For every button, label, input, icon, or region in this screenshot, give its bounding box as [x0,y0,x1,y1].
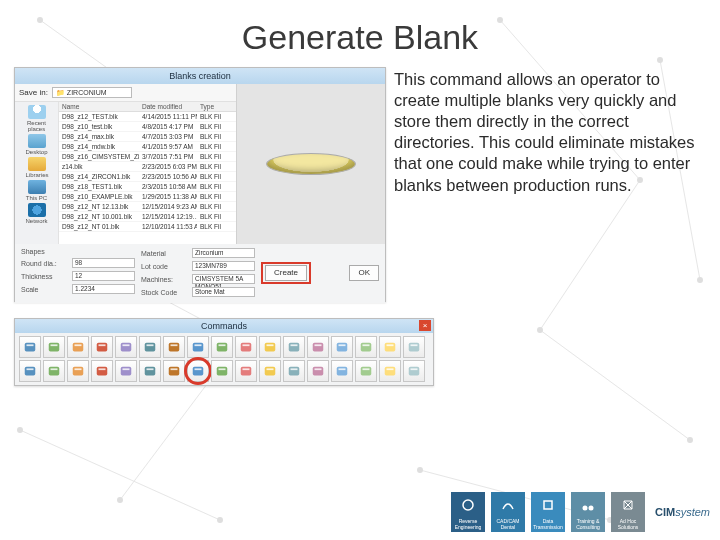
save-in-select[interactable]: 📁 ZIRCONIUM [52,87,132,98]
toolbar-button[interactable] [43,360,65,382]
toolbar-button[interactable] [139,336,161,358]
svg-rect-49 [313,343,324,352]
file-list[interactable]: Name Date modified Type D98_z12_TEST.blk… [59,102,236,244]
file-row[interactable]: D98_z14_max.blk4/7/2015 3:03 PMBLK Fil [59,132,236,142]
svg-rect-91 [409,367,420,376]
toolbar-button[interactable] [67,360,89,382]
toolbar-button[interactable] [283,336,305,358]
file-browser: Save in: 📁 ZIRCONIUM Recent places Deskt… [15,84,237,244]
footer: Reverse Engineering CAD/CAM Dental Data … [451,492,710,532]
toolbar-button[interactable] [379,336,401,358]
toolbar-button[interactable] [115,360,137,382]
svg-rect-80 [267,368,274,370]
machines-input[interactable]: CIMSYSTEM 5A MONO51 [192,274,255,284]
blank-preview [237,84,385,244]
place-network[interactable]: Network [26,203,48,224]
material-label: Material [141,250,189,257]
place-recent[interactable]: Recent places [26,105,48,132]
toolbar-button[interactable] [235,336,257,358]
svg-rect-38 [171,344,178,346]
toolbar-button[interactable] [163,360,185,382]
toolbar-button[interactable] [187,336,209,358]
place-desktop[interactable]: Desktop [26,134,48,155]
toolbar-button[interactable] [115,336,137,358]
svg-rect-58 [411,344,418,346]
file-row[interactable]: D98_z14_mdw.blk4/1/2015 9:57 AMBLK Fil [59,142,236,152]
toolbar-button[interactable] [307,336,329,358]
file-row[interactable]: D98_z12_NT 01.blk12/10/2014 11:53 AMBLK … [59,222,236,232]
file-row[interactable]: D98_z10_EXAMPLE.blk1/29/2015 11:38 AMBLK… [59,192,236,202]
commands-title: Commands × [15,319,433,333]
toolbar-button[interactable] [139,360,161,382]
svg-rect-60 [27,368,34,370]
toolbar-button[interactable] [163,336,185,358]
toolbar-button[interactable] [91,336,113,358]
svg-rect-39 [193,343,204,352]
toolbar-button[interactable] [67,336,89,358]
footer-tile: Data Transmission [531,492,565,532]
place-this-pc[interactable]: This PC [26,180,48,201]
shapes-label: Shapes [21,248,69,255]
svg-point-19 [417,467,423,473]
save-in-value: ZIRCONIUM [67,89,107,96]
svg-rect-35 [145,343,156,352]
svg-point-21 [17,427,23,433]
toolbar-button[interactable] [211,336,233,358]
close-icon[interactable]: × [419,320,431,331]
place-libraries[interactable]: Libraries [26,157,48,178]
toolbar-button[interactable] [331,336,353,358]
file-row[interactable]: D98_z14_ZIRCON1.blk2/23/2015 10:56 AMBLK… [59,172,236,182]
toolbar-button[interactable] [355,336,377,358]
dialog-title: Blanks creation [15,68,385,84]
toolbar-button[interactable] [307,360,329,382]
svg-rect-79 [265,367,276,376]
toolbar-button[interactable] [211,360,233,382]
svg-rect-56 [387,344,394,346]
generate-blank-button[interactable] [187,360,209,382]
svg-rect-29 [73,343,84,352]
svg-rect-43 [241,343,252,352]
file-row[interactable]: D98_z18_TEST1.blk2/3/2015 10:58 AMBLK Fi… [59,182,236,192]
svg-rect-31 [97,343,108,352]
create-button[interactable]: Create [265,265,307,281]
svg-rect-32 [99,344,106,346]
toolbar-button[interactable] [91,360,113,382]
file-row[interactable]: D98_z10_test.blk4/8/2015 4:17 PMBLK Fil [59,122,236,132]
toolbar-button[interactable] [283,360,305,382]
footer-tile: Reverse Engineering [451,492,485,532]
svg-rect-67 [121,367,132,376]
toolbar-button[interactable] [331,360,353,382]
svg-rect-37 [169,343,180,352]
thickness-input[interactable]: 12 [72,271,135,281]
file-row[interactable]: D98_z16_CIMSYSTEM_Z8.blk3/7/2015 7:51 PM… [59,152,236,162]
places-sidebar: Recent places Desktop Libraries This PC … [15,102,59,244]
file-row[interactable]: D98_z12_NT 12.13.blk12/15/2014 9:23 AMBL… [59,202,236,212]
toolbar-button[interactable] [403,360,425,382]
svg-rect-72 [171,368,178,370]
svg-rect-53 [361,343,372,352]
toolbar-button[interactable] [235,360,257,382]
file-row[interactable]: D98_z12_TEST.blk4/14/2015 11:11 PMBLK Fi… [59,112,236,122]
machines-label: Machines: [141,276,189,283]
disc-icon [266,153,356,175]
material-input[interactable]: Zirconium [192,248,255,258]
svg-rect-85 [337,367,348,376]
toolbar-button[interactable] [355,360,377,382]
toolbar-button[interactable] [19,360,41,382]
ok-button[interactable]: OK [349,265,379,281]
file-row[interactable]: D98_z12_NT 10.001.blk12/15/2014 12:19…BL… [59,212,236,222]
stock-code-input[interactable]: Stone Mat [192,287,255,297]
file-row[interactable]: z14.blk2/23/2015 6:03 PMBLK Fil [59,162,236,172]
svg-rect-47 [289,343,300,352]
round-dia-label: Round dia.: [21,260,69,267]
round-dia-input[interactable]: 98 [72,258,135,268]
lot-code-input[interactable]: 123MN789 [192,261,255,271]
toolbar-button[interactable] [403,336,425,358]
toolbar-button[interactable] [259,360,281,382]
toolbar-button[interactable] [379,360,401,382]
toolbar-button[interactable] [43,336,65,358]
scale-input[interactable]: 1.2234 [72,284,135,294]
toolbar-button[interactable] [19,336,41,358]
toolbar-button[interactable] [259,336,281,358]
svg-point-22 [217,517,223,523]
